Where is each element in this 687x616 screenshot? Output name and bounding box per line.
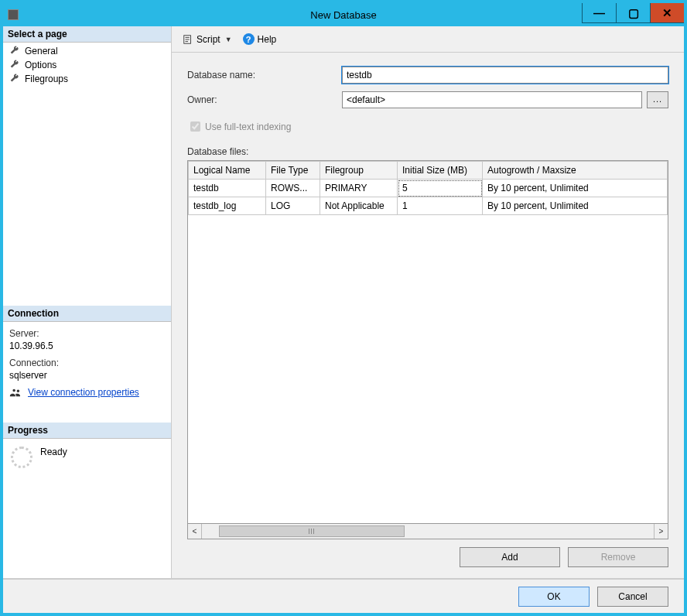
fulltext-label: Use full-text indexing	[205, 121, 291, 132]
cell-autogrowth[interactable]: By 10 percent, Unlimited	[483, 197, 668, 215]
add-button[interactable]: Add	[460, 547, 560, 567]
col-autogrowth[interactable]: Autogrowth / Maxsize	[483, 162, 668, 180]
files-table: Logical Name File Type Filegroup Initial…	[188, 161, 668, 215]
cell-type[interactable]: ROWS...	[266, 180, 320, 197]
cell-filegroup[interactable]: PRIMARY	[320, 180, 398, 197]
cancel-button[interactable]: Cancel	[597, 587, 668, 607]
left-panel: Select a page General Options Filegroups	[3, 26, 172, 578]
table-row[interactable]: testdb ROWS... PRIMARY 5 By 10 percent, …	[189, 180, 668, 197]
connection-label: Connection:	[9, 358, 165, 368]
titlebar: New Database — ▢ ✕	[3, 3, 684, 26]
scroll-right-arrow-icon[interactable]: >	[654, 524, 668, 539]
main-split: Select a page General Options Filegroups	[3, 26, 684, 579]
cell-type[interactable]: LOG	[266, 197, 320, 215]
progress-header: Progress	[3, 423, 171, 439]
owner-input[interactable]	[342, 91, 642, 108]
progress-box: Ready	[3, 439, 171, 578]
dbname-label: Database name:	[187, 70, 342, 80]
dialog-body: Select a page General Options Filegroups	[3, 26, 684, 613]
fulltext-checkbox	[190, 121, 200, 132]
help-button[interactable]: ? Help	[240, 32, 280, 46]
owner-row: Owner: ...	[187, 91, 668, 108]
new-database-dialog: New Database — ▢ ✕ Select a page General…	[0, 0, 687, 616]
minimize-button[interactable]: —	[582, 3, 616, 23]
database-name-input[interactable]	[342, 67, 668, 84]
ok-button[interactable]: OK	[518, 587, 590, 607]
window-controls: — ▢ ✕	[582, 3, 684, 26]
page-item-filegroups[interactable]: Filegroups	[3, 72, 171, 86]
file-button-row: Add Remove	[187, 539, 668, 573]
page-label: General	[25, 46, 58, 56]
connection-box: Server: 10.39.96.5 Connection: sqlserver…	[3, 322, 171, 423]
page-item-options[interactable]: Options	[3, 58, 171, 72]
dbname-row: Database name:	[187, 67, 668, 84]
owner-label: Owner:	[187, 94, 342, 105]
scroll-left-arrow-icon[interactable]: <	[188, 524, 202, 539]
connection-header: Connection	[3, 306, 171, 322]
horizontal-scrollbar[interactable]: < lll >	[187, 524, 668, 539]
page-item-general[interactable]: General	[3, 44, 171, 58]
database-files-grid[interactable]: Logical Name File Type Filegroup Initial…	[187, 160, 668, 524]
window-title: New Database	[310, 9, 376, 21]
col-filegroup[interactable]: Filegroup	[320, 162, 398, 180]
col-initial-size[interactable]: Initial Size (MB)	[398, 162, 483, 180]
server-label: Server:	[9, 328, 165, 339]
owner-browse-button[interactable]: ...	[647, 91, 668, 108]
help-label: Help	[258, 34, 277, 45]
toolbar: Script ▼ ? Help	[172, 26, 684, 53]
database-files-label: Database files:	[187, 146, 668, 157]
wrench-icon	[9, 46, 20, 56]
people-icon	[9, 387, 20, 398]
script-label: Script	[197, 34, 220, 45]
scroll-grip-icon: lll	[309, 528, 316, 536]
page-label: Options	[25, 60, 56, 70]
cell-logical[interactable]: testdb_log	[189, 197, 266, 215]
app-icon	[8, 9, 19, 20]
page-label: Filegroups	[25, 74, 68, 84]
form-area: Database name: Owner: ... Use full-text …	[172, 53, 684, 578]
wrench-icon	[9, 74, 20, 84]
page-list: General Options Filegroups	[3, 43, 171, 306]
progress-status: Ready	[40, 447, 67, 457]
right-panel: Script ▼ ? Help Database name: Owner:	[172, 26, 684, 578]
server-value: 10.39.96.5	[9, 341, 165, 351]
col-logical-name[interactable]: Logical Name	[189, 162, 266, 180]
col-file-type[interactable]: File Type	[266, 162, 320, 180]
connection-link-row: View connection properties	[9, 387, 165, 398]
table-row[interactable]: testdb_log LOG Not Applicable 1 By 10 pe…	[189, 197, 668, 215]
grid-wrap: Logical Name File Type Filegroup Initial…	[187, 160, 668, 573]
script-button[interactable]: Script ▼	[179, 33, 235, 46]
script-icon	[183, 34, 193, 45]
help-icon: ?	[243, 33, 255, 45]
fulltext-row: Use full-text indexing	[187, 119, 668, 134]
cell-initial-size[interactable]: 1	[398, 197, 483, 215]
connection-value: sqlserver	[9, 370, 165, 381]
chevron-down-icon: ▼	[225, 36, 232, 43]
close-button[interactable]: ✕	[650, 3, 684, 23]
scroll-thumb[interactable]: lll	[219, 525, 405, 537]
wrench-icon	[9, 60, 20, 70]
cell-autogrowth[interactable]: By 10 percent, Unlimited	[483, 180, 668, 197]
select-a-page-header: Select a page	[3, 26, 171, 43]
view-connection-properties-link[interactable]: View connection properties	[28, 387, 139, 398]
cell-filegroup[interactable]: Not Applicable	[320, 197, 398, 215]
cell-logical[interactable]: testdb	[189, 180, 266, 197]
table-header-row: Logical Name File Type Filegroup Initial…	[189, 162, 668, 180]
progress-spinner-icon	[11, 447, 32, 468]
remove-button: Remove	[568, 547, 668, 567]
dialog-footer: OK Cancel	[3, 579, 684, 613]
cell-initial-size[interactable]: 5	[398, 180, 483, 197]
maximize-button[interactable]: ▢	[616, 3, 650, 23]
